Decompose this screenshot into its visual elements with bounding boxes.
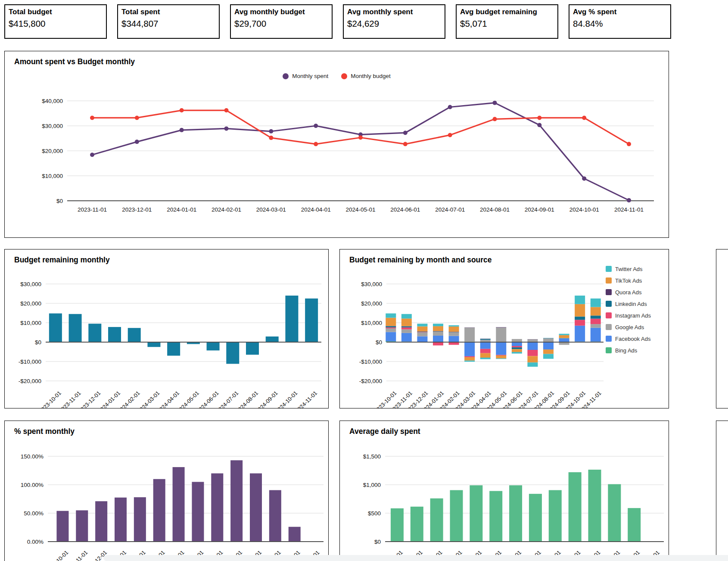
- legend-swatch[interactable]: [606, 347, 612, 353]
- data-point[interactable]: [135, 140, 139, 144]
- stack-segment[interactable]: [496, 327, 506, 342]
- stack-segment[interactable]: [417, 332, 427, 332]
- stack-segment[interactable]: [591, 315, 601, 318]
- data-point[interactable]: [90, 153, 94, 157]
- stack-segment[interactable]: [575, 304, 585, 317]
- stack-segment[interactable]: [417, 327, 427, 332]
- horizontal-scrollbar[interactable]: [103, 555, 728, 561]
- stack-segment[interactable]: [543, 349, 554, 354]
- bar[interactable]: [509, 485, 522, 542]
- stack-segment[interactable]: [591, 299, 601, 307]
- stack-segment[interactable]: [575, 326, 585, 342]
- stack-segment[interactable]: [401, 333, 412, 342]
- bar[interactable]: [430, 499, 443, 542]
- bar[interactable]: [489, 491, 502, 542]
- stack-segment[interactable]: [496, 358, 506, 359]
- stack-segment[interactable]: [464, 327, 475, 328]
- stack-segment[interactable]: [401, 326, 412, 327]
- stack-segment[interactable]: [575, 317, 585, 320]
- bar[interactable]: [608, 484, 621, 542]
- stack-segment[interactable]: [401, 327, 412, 330]
- data-point[interactable]: [90, 115, 94, 120]
- stack-segment[interactable]: [512, 347, 522, 349]
- stack-segment[interactable]: [386, 327, 396, 328]
- legend-swatch[interactable]: [606, 324, 612, 330]
- stack-segment[interactable]: [559, 335, 569, 338]
- stack-segment[interactable]: [559, 334, 569, 335]
- bar[interactable]: [411, 507, 423, 542]
- legend-swatch[interactable]: [606, 301, 612, 307]
- data-point[interactable]: [448, 133, 452, 137]
- stack-segment[interactable]: [543, 338, 554, 342]
- stack-segment[interactable]: [559, 338, 569, 342]
- legend-label[interactable]: Twitter Ads: [615, 266, 643, 272]
- stack-segment[interactable]: [417, 337, 427, 342]
- legend-swatch[interactable]: [606, 266, 612, 272]
- bar[interactable]: [569, 472, 582, 542]
- stack-segment[interactable]: [449, 327, 459, 332]
- bar[interactable]: [95, 501, 107, 542]
- bar[interactable]: [69, 314, 82, 342]
- bar[interactable]: [211, 474, 223, 542]
- stack-segment[interactable]: [496, 355, 506, 355]
- data-point[interactable]: [627, 142, 631, 146]
- bar[interactable]: [207, 342, 220, 350]
- stack-segment[interactable]: [480, 339, 491, 340]
- stack-segment[interactable]: [575, 320, 585, 326]
- data-point[interactable]: [448, 105, 452, 109]
- stack-segment[interactable]: [527, 339, 538, 340]
- data-point[interactable]: [269, 129, 273, 134]
- bar[interactable]: [167, 342, 180, 356]
- bar[interactable]: [450, 490, 463, 542]
- bar[interactable]: [134, 497, 146, 542]
- stack-segment[interactable]: [575, 296, 585, 304]
- stack-segment[interactable]: [480, 349, 491, 353]
- bar[interactable]: [56, 511, 68, 542]
- data-point[interactable]: [403, 131, 408, 135]
- stack-segment[interactable]: [433, 332, 443, 336]
- bar[interactable]: [230, 460, 243, 542]
- bar[interactable]: [529, 494, 542, 542]
- data-point[interactable]: [180, 108, 184, 112]
- bar[interactable]: [192, 482, 204, 542]
- data-point[interactable]: [358, 135, 363, 140]
- legend-label[interactable]: Instagram Ads: [615, 312, 651, 319]
- legend-item-monthly-spent[interactable]: Monthly spent: [283, 73, 328, 79]
- legend-swatch[interactable]: [606, 277, 612, 284]
- data-point[interactable]: [403, 142, 408, 146]
- stack-segment[interactable]: [401, 329, 412, 333]
- stack-segment[interactable]: [543, 342, 554, 349]
- stack-segment[interactable]: [464, 356, 475, 357]
- bar[interactable]: [49, 313, 62, 342]
- bar[interactable]: [115, 498, 127, 542]
- stack-segment[interactable]: [591, 319, 601, 324]
- data-point[interactable]: [269, 136, 273, 140]
- stack-segment[interactable]: [480, 340, 491, 342]
- data-point[interactable]: [224, 126, 229, 131]
- stack-segment[interactable]: [512, 349, 522, 352]
- legend-label[interactable]: Bing Ads: [615, 347, 638, 354]
- stack-segment[interactable]: [417, 332, 427, 333]
- stack-segment[interactable]: [480, 353, 491, 358]
- stack-segment[interactable]: [433, 331, 443, 331]
- stack-segment[interactable]: [591, 324, 601, 328]
- bar[interactable]: [128, 328, 141, 342]
- legend-label[interactable]: TikTok Ads: [615, 277, 642, 284]
- stack-segment[interactable]: [386, 326, 396, 327]
- stack-segment[interactable]: [386, 328, 396, 332]
- stack-segment[interactable]: [480, 358, 491, 359]
- stack-segment[interactable]: [527, 342, 538, 350]
- legend-swatch[interactable]: [606, 336, 612, 342]
- stack-segment[interactable]: [417, 324, 427, 326]
- bar[interactable]: [153, 479, 165, 542]
- stack-segment[interactable]: [496, 342, 506, 355]
- stack-segment[interactable]: [417, 331, 427, 332]
- data-point[interactable]: [582, 176, 586, 181]
- stack-segment[interactable]: [591, 328, 601, 342]
- data-point[interactable]: [627, 198, 631, 203]
- stack-segment[interactable]: [449, 325, 459, 327]
- stack-segment[interactable]: [433, 336, 443, 342]
- stack-segment[interactable]: [527, 356, 538, 362]
- legend-label[interactable]: Google Ads: [615, 324, 644, 330]
- data-point[interactable]: [224, 108, 229, 112]
